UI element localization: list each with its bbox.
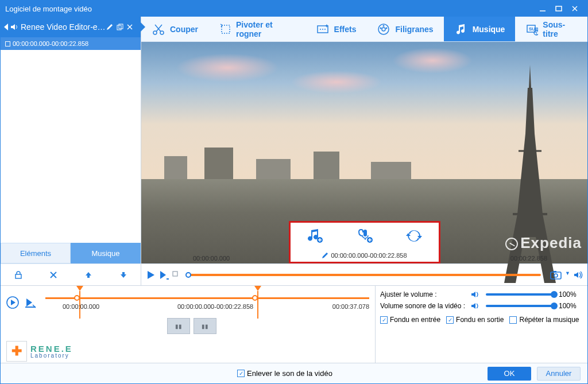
collapse-icon (4, 24, 8, 30)
svg-point-42 (554, 274, 558, 277)
progress-end-label: 00:00:22.858 (510, 255, 547, 262)
overlay-timecode: 00:00:00.000-00:00:22.858 (331, 252, 407, 259)
svg-rect-41 (551, 272, 561, 279)
fadein-checkbox[interactable]: ✓Fondu en entrée (380, 316, 440, 324)
cancel-button[interactable]: Annuler (537, 367, 581, 381)
svg-point-18 (382, 28, 385, 31)
tool-watermark[interactable]: Filigranes (366, 17, 443, 41)
svg-rect-1 (556, 6, 562, 11)
timeline-play-button[interactable] (6, 296, 19, 309)
maximize-button[interactable] (551, 3, 567, 14)
svg-point-20 (386, 27, 388, 29)
logo-badge-icon: ✚ (6, 341, 27, 362)
clip-marker-icon (5, 41, 10, 46)
tool-subtitle[interactable]: SUBT Sous-titre (515, 17, 587, 41)
remove-clip-icon[interactable] (127, 24, 137, 30)
timeline-panel: 00:00:00.000 00:00:00.000-00:00:22.858 0… (1, 286, 375, 363)
main-toolbar: Couper Pivoter et rogner Effets Filigran… (141, 17, 587, 42)
music-overlay-panel: 00:00:00.000-00:00:22.858 (289, 221, 440, 263)
footer: ✓Enlever le son de la vidéo OK Annuler (1, 363, 587, 383)
edit-icon[interactable] (106, 24, 117, 30)
tab-elements[interactable]: Eléments (1, 243, 71, 263)
lock-icon[interactable] (12, 269, 25, 281)
repeat-checkbox[interactable]: Répéter la musique (509, 316, 579, 324)
svg-text:T: T (535, 31, 538, 35)
segment-block[interactable]: ▮▮ (167, 318, 190, 334)
speaker-icon (10, 23, 18, 31)
copy-icon[interactable] (117, 24, 127, 30)
left-panel: Renee Video Editor-ex... 00:00:00.000-00… (1, 17, 141, 263)
snapshot-icon[interactable] (550, 270, 562, 280)
effects-icon (316, 22, 330, 36)
delete-icon[interactable] (47, 269, 60, 281)
ok-button[interactable]: OK (488, 367, 531, 381)
titlebar: Logiciel de montage vidéo (1, 1, 587, 17)
volume-icon[interactable] (574, 270, 583, 280)
left-tabs: Eléments Musique (1, 243, 141, 263)
svg-point-21 (383, 25, 385, 26)
svg-rect-12 (222, 25, 230, 33)
watermark-icon (377, 22, 390, 36)
close-button[interactable] (567, 3, 583, 14)
svg-rect-43 (554, 271, 556, 273)
crop-rotate-icon (219, 22, 231, 36)
preview-watermark: Expedia (505, 234, 582, 252)
tool-music[interactable]: Musique (444, 17, 516, 41)
play-segment-button[interactable] (158, 270, 169, 280)
svg-point-19 (380, 27, 382, 29)
ruler-start: 00:00:00.000 (63, 303, 99, 310)
add-music-icon[interactable] (307, 228, 323, 244)
tab-music[interactable]: Musique (71, 243, 141, 263)
adjust-volume-value: 100% (559, 290, 583, 298)
tool-cut[interactable]: Couper (141, 17, 208, 41)
svg-rect-39 (167, 278, 169, 280)
move-up-icon[interactable] (82, 269, 95, 281)
scissors-icon (152, 22, 165, 36)
tool-effects[interactable]: Effets (305, 17, 367, 41)
svg-rect-31 (363, 230, 367, 236)
move-down-icon[interactable] (117, 269, 130, 281)
adjust-volume-label: Ajuster le volume : (380, 290, 466, 298)
minimize-button[interactable] (535, 3, 551, 14)
speaker-icon (471, 302, 481, 310)
subtitle-icon: SUBT (525, 22, 538, 36)
svg-rect-45 (25, 307, 36, 308)
refresh-icon[interactable] (406, 228, 422, 244)
video-volume-label: Volume sonore de la vidéo : (380, 302, 466, 310)
music-icon (454, 22, 468, 36)
svg-point-14 (320, 29, 321, 30)
clip-name: Renee Video Editor-ex... (21, 22, 106, 32)
svg-point-15 (322, 29, 323, 30)
ruler-end: 00:00:37.078 (332, 303, 369, 310)
clip-header[interactable]: Renee Video Editor-ex... (1, 17, 141, 37)
ruler-mid: 00:00:00.000-00:00:22.858 (177, 303, 253, 310)
timeline-ruler[interactable]: 00:00:00.000 00:00:00.000-00:00:22.858 0… (45, 289, 369, 316)
brand-logo: ✚ RENE.E Laboratory (6, 341, 73, 362)
app-title: Logiciel de montage vidéo (5, 5, 535, 13)
fadeout-checkbox[interactable]: ✓Fondu en sortie (446, 316, 504, 324)
clip-timecode: 00:00:00.000-00:00:22.858 (13, 40, 88, 47)
svg-rect-40 (173, 271, 177, 276)
adjust-volume-slider[interactable] (486, 293, 554, 296)
tool-rotate-crop[interactable]: Pivoter et rogner (208, 17, 305, 41)
pencil-icon (322, 252, 328, 259)
speaker-icon (471, 290, 481, 298)
clip-list-empty (1, 50, 141, 243)
video-volume-slider[interactable] (486, 305, 554, 307)
progress-slider[interactable] (188, 274, 541, 276)
progress-start-label: 00:00:00.000 (193, 255, 230, 262)
clip-timecode-row[interactable]: 00:00:00.000-00:00:22.858 (1, 37, 141, 50)
svg-point-16 (324, 29, 326, 30)
video-preview: Expedia 00:00:00.000-00:00:22.858 (141, 42, 587, 263)
transport-row: 00:00:00.000 00:00:22.858 ▼ (1, 263, 587, 285)
segment-block[interactable]: ▮▮ (194, 318, 216, 334)
timeline-export-button[interactable] (25, 297, 36, 308)
remove-audio-checkbox[interactable]: ✓Enlever le son de la vidéo (237, 369, 332, 378)
play-button[interactable] (146, 270, 156, 280)
svg-rect-36 (16, 274, 21, 278)
step-button[interactable] (171, 270, 179, 280)
video-volume-value: 100% (559, 302, 583, 310)
svg-line-10 (156, 25, 162, 32)
svg-line-11 (155, 25, 161, 32)
record-voice-icon[interactable] (357, 228, 373, 244)
